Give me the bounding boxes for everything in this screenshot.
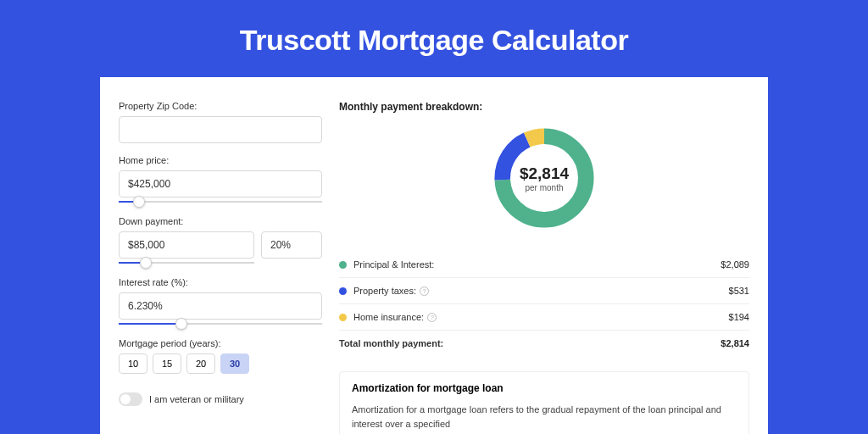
total-row: Total monthly payment: $2,814 — [339, 331, 749, 356]
legend-label: Property taxes: — [353, 286, 416, 296]
legend-value: $194 — [729, 312, 749, 322]
legend-label: Home insurance: — [353, 312, 424, 322]
veteran-toggle[interactable] — [119, 392, 142, 406]
down-amount-input[interactable] — [119, 231, 254, 259]
donut-per-month-label: per month — [525, 183, 563, 192]
period-option-15[interactable]: 15 — [153, 353, 181, 374]
total-label: Total monthly payment: — [339, 338, 443, 348]
amortization-text: Amortization for a mortgage loan refers … — [352, 403, 737, 431]
page-title: Truscott Mortgage Calculator — [0, 0, 868, 77]
legend-row: Property taxes:?$531 — [339, 278, 749, 304]
rate-slider-fill — [119, 323, 181, 325]
period-options: 10152030 — [119, 353, 322, 374]
rate-slider-thumb[interactable] — [175, 318, 187, 330]
rate-input[interactable] — [119, 292, 322, 320]
info-icon[interactable]: ? — [427, 313, 437, 322]
zip-field-group: Property Zip Code: — [119, 101, 322, 143]
legend-dot-icon — [339, 287, 347, 295]
legend-label: Principal & Interest: — [353, 259, 434, 270]
donut-amount: $2,814 — [520, 164, 569, 183]
period-option-20[interactable]: 20 — [186, 353, 215, 374]
inputs-column: Property Zip Code: Home price: Down paym… — [119, 101, 322, 434]
veteran-label: I am veteran or military — [149, 394, 244, 404]
price-field-group: Home price: — [119, 155, 322, 198]
amortization-heading: Amortization for mortgage loan — [352, 382, 737, 394]
legend-dot-icon — [339, 314, 347, 321]
period-option-10[interactable]: 10 — [119, 353, 147, 374]
donut-center: $2,814 per month — [489, 123, 599, 233]
price-slider-thumb[interactable] — [133, 196, 145, 208]
down-slider-thumb[interactable] — [140, 257, 152, 269]
amortization-box: Amortization for mortgage loan Amortizat… — [339, 371, 749, 434]
total-value: $2,814 — [721, 338, 749, 348]
breakdown-heading: Monthly payment breakdown: — [339, 101, 749, 113]
info-icon[interactable]: ? — [420, 287, 429, 296]
rate-field-group: Interest rate (%): — [119, 277, 322, 320]
legend-value: $2,089 — [721, 259, 749, 270]
legend-value: $531 — [729, 286, 749, 296]
period-field-group: Mortgage period (years): 10152030 — [119, 338, 322, 374]
calculator-card: Property Zip Code: Home price: Down paym… — [100, 77, 768, 434]
period-label: Mortgage period (years): — [119, 338, 322, 348]
price-slider-track — [119, 201, 322, 203]
legend-row: Home insurance:?$194 — [339, 304, 749, 331]
down-field-group: Down payment: — [119, 216, 322, 259]
results-column: Monthly payment breakdown: $2,814 per mo… — [339, 101, 749, 434]
legend-dot-icon — [339, 261, 347, 269]
zip-label: Property Zip Code: — [119, 101, 322, 111]
down-percent-input[interactable] — [261, 231, 322, 259]
down-label: Down payment: — [119, 216, 322, 226]
donut-chart: $2,814 per month — [489, 123, 599, 233]
veteran-toggle-row: I am veteran or military — [119, 392, 322, 406]
legend-row: Principal & Interest:$2,089 — [339, 252, 749, 278]
zip-input[interactable] — [119, 116, 322, 143]
donut-chart-wrap: $2,814 per month — [339, 123, 749, 233]
price-label: Home price: — [119, 155, 322, 165]
price-input[interactable] — [119, 170, 322, 198]
period-option-30[interactable]: 30 — [220, 353, 249, 374]
legend: Principal & Interest:$2,089Property taxe… — [339, 252, 749, 331]
rate-label: Interest rate (%): — [119, 277, 322, 287]
